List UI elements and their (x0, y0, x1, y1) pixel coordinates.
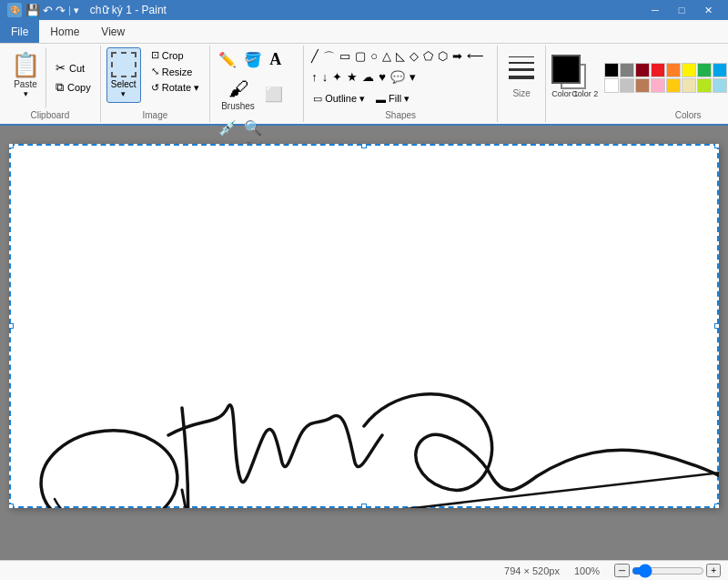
rect-tool[interactable]: ▭ (338, 47, 352, 67)
select-button[interactable]: Select ▾ (106, 47, 141, 103)
clipboard-right: ✂ Cut ⧉ Copy (48, 47, 95, 108)
color1-swatch[interactable] (551, 55, 581, 84)
swatch-yellow[interactable] (682, 63, 696, 77)
undo-icon[interactable]: ↶ (43, 4, 53, 17)
color-selector: Color 1 Color 2 (551, 55, 599, 102)
size-medium[interactable] (509, 62, 534, 64)
swatch-cream[interactable] (682, 78, 696, 93)
swatch-orange[interactable] (666, 63, 681, 77)
status-bar: 794 × 520px 100% ─ + (0, 560, 728, 580)
canvas-inner (9, 144, 719, 508)
ellipse-tool[interactable]: ○ (369, 47, 379, 67)
fill-button[interactable]: ▬ Fill ▾ (372, 91, 413, 107)
svg-point-0 (36, 425, 181, 508)
arrow-down-tool[interactable]: ↓ (320, 68, 330, 86)
chat-tool[interactable]: 💬 (389, 68, 407, 86)
more-shapes[interactable]: ▾ (408, 68, 418, 86)
resize-icon: ⤡ (151, 66, 159, 77)
triangle-tool[interactable]: △ (380, 47, 393, 67)
cloud-tool[interactable]: ☁ (360, 68, 376, 86)
menu-bar: File Home View (0, 20, 728, 44)
size-xlarge[interactable] (509, 76, 534, 79)
clipboard-group: 📋 Paste ▾ ✂ Cut ⧉ Copy Clipboard (0, 46, 101, 122)
zoom-controls[interactable]: ─ + (614, 564, 721, 578)
size-thin[interactable] (509, 56, 534, 57)
swatch-white[interactable] (604, 78, 619, 93)
canvas[interactable] (9, 144, 719, 508)
hexagon-tool[interactable]: ⬡ (436, 47, 450, 67)
curve-tool[interactable]: ⌒ (321, 47, 337, 67)
brush-button[interactable]: 🖌 Brushes (216, 74, 260, 115)
copy-button[interactable]: ⧉ Copy (52, 78, 95, 97)
right-triangle-tool[interactable]: ◺ (394, 47, 407, 67)
zoom-in-button[interactable]: + (706, 564, 721, 577)
size-large[interactable] (509, 68, 534, 71)
swatch-green[interactable] (697, 63, 712, 77)
paste-label: Paste (14, 79, 37, 89)
diamond-tool[interactable]: ◇ (408, 47, 420, 67)
size-selector[interactable] (505, 49, 538, 86)
menu-home[interactable]: Home (39, 20, 90, 43)
quick-access: 💾 ↶ ↷ | ▾ (25, 4, 79, 17)
window-title: chữ ký 1 - Paint (90, 4, 167, 16)
close-button[interactable]: ✕ (695, 0, 721, 20)
zoom-level: 100% (574, 565, 600, 576)
minimize-button[interactable]: ─ (642, 0, 668, 20)
zoom-slider[interactable] (632, 564, 704, 578)
eraser-button[interactable]: ⬜ (262, 83, 286, 106)
swatch-pink[interactable] (651, 78, 665, 93)
swatch-brown[interactable] (635, 78, 650, 93)
title-bar: 🎨 💾 ↶ ↷ | ▾ chữ ký 1 - Paint ─ □ ✕ (0, 0, 728, 20)
swatch-red[interactable] (651, 63, 665, 77)
star4-tool[interactable]: ✦ (330, 68, 344, 86)
select-arrow: ▾ (121, 89, 126, 98)
swatch-skyblue[interactable] (713, 78, 727, 93)
select-label: Select (111, 79, 136, 89)
text-button[interactable]: A (267, 47, 284, 72)
arrow-left-tool[interactable]: ⟵ (465, 47, 486, 67)
swatch-lightgray[interactable] (620, 78, 634, 93)
eyedropper-button[interactable]: 💉 (216, 117, 239, 139)
rotate-label: Rotate ▾ (162, 82, 199, 94)
outline-icon: ▭ (313, 93, 322, 105)
paste-button[interactable]: 📋 Paste ▾ (5, 47, 46, 108)
crop-button[interactable]: ⊡ Crop (147, 47, 204, 63)
fill-tool-button[interactable]: 🪣 (241, 48, 265, 71)
rotate-button[interactable]: ↺ Rotate ▾ (147, 80, 204, 96)
cut-label: Cut (69, 63, 85, 74)
menu-file[interactable]: File (0, 20, 39, 43)
line-tool[interactable]: ╱ (309, 47, 320, 67)
customize-icon[interactable]: ▾ (74, 5, 79, 16)
pentagon-tool[interactable]: ⬠ (421, 47, 435, 67)
round-rect-tool[interactable]: ▢ (353, 47, 368, 67)
menu-view[interactable]: View (90, 20, 136, 43)
outline-button[interactable]: ▭ Outline ▾ (309, 91, 369, 107)
clipboard-label: Clipboard (30, 110, 69, 120)
pencil-button[interactable]: ✏️ (216, 48, 239, 71)
tools-group: ✏️ 🪣 A 🖌 Brushes ⬜ 💉 🔍 Tools (210, 46, 304, 122)
swatch-lime[interactable] (697, 78, 712, 93)
arrow-up-tool[interactable]: ↑ (309, 68, 319, 86)
swatch-cyan[interactable] (713, 63, 727, 77)
star5-tool[interactable]: ★ (345, 68, 359, 86)
heart-tool[interactable]: ♥ (377, 68, 388, 86)
arrow-right-tool[interactable]: ➡ (450, 47, 464, 67)
save-icon[interactable]: 💾 (25, 4, 40, 17)
copy-label: Copy (67, 82, 91, 93)
maximize-button[interactable]: □ (669, 0, 694, 20)
resize-button[interactable]: ⤡ Resize (147, 64, 204, 79)
swatch-gold[interactable] (666, 78, 681, 93)
cut-button[interactable]: ✂ Cut (52, 59, 95, 76)
zoom-out-button[interactable]: ─ (614, 564, 630, 577)
redo-icon[interactable]: ↷ (56, 4, 66, 17)
select-icon (111, 52, 136, 77)
magnify-button[interactable]: 🔍 (241, 117, 265, 139)
swatch-darkred[interactable] (635, 63, 650, 77)
canvas-area (0, 126, 728, 560)
image-dimensions: 794 × 520px (504, 565, 560, 576)
color-row-1 (604, 63, 728, 77)
swatch-gray[interactable] (620, 63, 634, 77)
image-group: Select ▾ ⊡ Crop ⤡ Resize ↺ Rotate ▾ Imag… (101, 46, 210, 122)
crop-label: Crop (162, 50, 184, 61)
swatch-black[interactable] (604, 63, 619, 77)
